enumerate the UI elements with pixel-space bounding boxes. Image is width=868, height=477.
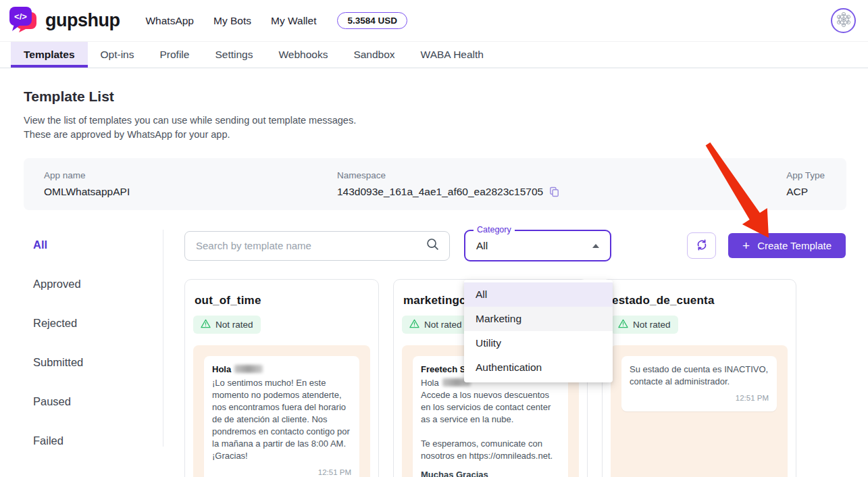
- message-preview: Hola ¡Lo sentimos mucho! En este momento…: [193, 345, 370, 477]
- nav-my-wallet[interactable]: My Wallet: [271, 15, 316, 27]
- category-select[interactable]: Category All: [464, 230, 611, 261]
- sidebar-item-approved[interactable]: Approved: [33, 278, 163, 291]
- refresh-icon: [695, 238, 709, 253]
- category-select-value: All: [476, 240, 488, 252]
- svg-text:</>: </>: [14, 11, 27, 22]
- chevron-up-icon: [592, 244, 599, 248]
- template-name: estado_de_cuenta: [612, 294, 788, 307]
- warning-triangle-icon: [409, 319, 419, 330]
- brand-name: gupshup: [45, 10, 120, 31]
- template-search: [184, 231, 450, 261]
- create-template-button[interactable]: + Create Template: [728, 233, 846, 258]
- page-title: Template List: [24, 89, 868, 105]
- message-footer: Muchas Gracias: [421, 469, 560, 477]
- nav-whatsapp[interactable]: WhatsApp: [145, 15, 194, 27]
- app-name-value: OMLWhatsappAPI: [44, 186, 337, 198]
- tab-opt-ins[interactable]: Opt-ins: [88, 42, 147, 68]
- message-body-2: Te esperamos, comunicate con nosotros en…: [421, 438, 560, 462]
- gupshup-logo[interactable]: </> gupshup: [8, 6, 120, 36]
- category-option-marketing[interactable]: Marketing: [464, 307, 613, 331]
- sidebar-item-rejected[interactable]: Rejected: [33, 317, 163, 330]
- message-bubble: Su estado de cuenta es INACTIVO, contact…: [621, 356, 777, 411]
- message-body-1: Accede a los nuevos descuentos en los se…: [421, 389, 560, 426]
- tab-bar: Templates Opt-ins Profile Settings Webho…: [0, 42, 868, 68]
- message-preview: Su estado de cuenta es INACTIVO, contact…: [611, 345, 788, 477]
- status-badge: Not rated: [611, 316, 678, 334]
- message-timestamp: 12:51 PM: [212, 466, 351, 477]
- app-info-bar: App name OMLWhatsappAPI Namespace 143d09…: [24, 158, 846, 210]
- app-type-group: App Type ACP: [786, 170, 826, 198]
- category-option-utility[interactable]: Utility: [464, 331, 613, 355]
- message-bubble: Hola ¡Lo sentimos mucho! En este momento…: [204, 356, 359, 477]
- message-timestamp: 12:51 PM: [630, 392, 769, 404]
- page-description: View the list of templates you can use w…: [24, 114, 868, 142]
- warning-triangle-icon: [201, 319, 211, 330]
- sidebar-item-failed[interactable]: Failed: [33, 434, 163, 447]
- sidebar-item-submitted[interactable]: Submitted: [33, 356, 163, 369]
- namespace-group: Namespace 143d093e_161a_4ae1_af60_ea2823…: [337, 170, 560, 198]
- tab-profile[interactable]: Profile: [147, 42, 203, 68]
- plus-icon: +: [742, 239, 750, 252]
- tab-webhooks[interactable]: Webhooks: [265, 42, 340, 68]
- status-badge: Not rated: [193, 316, 261, 334]
- sidebar-item-paused[interactable]: Paused: [33, 395, 163, 408]
- namespace-value: 143d093e_161a_4ae1_af60_ea2823c15705: [337, 186, 543, 198]
- header-nav: WhatsApp My Bots My Wallet 5.3584 USD: [145, 12, 407, 29]
- main-content: All Approved Rejected Submitted Paused F…: [0, 230, 868, 447]
- tab-templates[interactable]: Templates: [11, 42, 88, 68]
- wallet-balance-badge[interactable]: 5.3584 USD: [337, 12, 407, 29]
- category-select-label: Category: [474, 225, 515, 234]
- sidebar-item-all[interactable]: All: [33, 238, 163, 251]
- status-badge-label: Not rated: [633, 320, 671, 330]
- category-dropdown-menu: All Marketing Utility Authentication: [464, 280, 613, 382]
- gupshup-logo-icon: </>: [8, 6, 39, 36]
- tab-settings[interactable]: Settings: [202, 42, 265, 68]
- app-type-value: ACP: [786, 186, 825, 198]
- app-name-group: App name OMLWhatsappAPI: [44, 170, 337, 198]
- template-card-estado-de-cuenta: estado_de_cuenta Not rated: [602, 279, 796, 477]
- tab-sandbox[interactable]: Sandbox: [340, 42, 407, 68]
- tab-waba-health[interactable]: WABA Health: [408, 42, 496, 68]
- namespace-label: Namespace: [337, 170, 560, 180]
- page-description-line2: These are approved by WhatsApp for your …: [24, 128, 868, 142]
- redacted-name: [234, 365, 263, 373]
- app-header: </> gupshup WhatsApp My Bots My Wallet 5…: [0, 0, 868, 42]
- message-body: Su estado de cuenta es INACTIVO, contact…: [630, 363, 769, 388]
- nav-my-bots[interactable]: My Bots: [213, 15, 251, 27]
- create-template-label: Create Template: [757, 240, 832, 251]
- status-badge: Not rated: [402, 316, 469, 334]
- status-badge-label: Not rated: [215, 320, 253, 330]
- template-name: out_of_time: [195, 294, 370, 307]
- message-body: ¡Lo sentimos mucho! En este momento no p…: [212, 377, 351, 462]
- category-option-all[interactable]: All: [464, 282, 613, 307]
- search-icon: [426, 237, 440, 254]
- refresh-button[interactable]: [687, 232, 716, 259]
- message-greeting: Hola: [212, 363, 351, 376]
- filter-toolbar: Category All +: [184, 230, 868, 261]
- search-input[interactable]: [196, 240, 426, 251]
- status-filter-sidebar: All Approved Rejected Submitted Paused F…: [24, 230, 163, 447]
- app-type-label: App Type: [786, 170, 825, 180]
- warning-triangle-icon: [618, 319, 628, 330]
- avatar[interactable]: [831, 8, 856, 33]
- status-badge-label: Not rated: [424, 320, 462, 330]
- category-option-authentication[interactable]: Authentication: [464, 355, 613, 380]
- template-card-out-of-time: out_of_time Not rated: [184, 279, 379, 477]
- avatar-geometric-icon: [835, 11, 852, 31]
- app-window: </> gupshup WhatsApp My Bots My Wallet 5…: [0, 0, 868, 477]
- copy-icon[interactable]: [548, 186, 560, 198]
- page-description-line1: View the list of templates you can use w…: [24, 114, 868, 128]
- app-name-label: App name: [44, 170, 337, 180]
